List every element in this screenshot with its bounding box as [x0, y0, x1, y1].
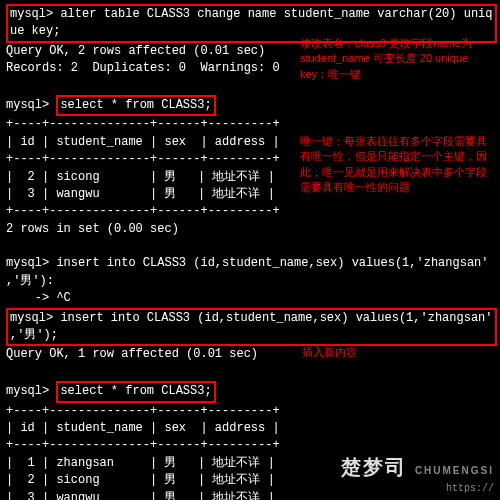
annotation-1: 修改表名：class3 更改字段name为 student_name 可变长度 …	[300, 36, 490, 82]
cmd-insert-ok: mysql> insert into CLASS3 (id,student_na…	[6, 308, 494, 347]
table-header: | id | student_name | sex | address |	[6, 420, 494, 437]
highlight-box: select * from CLASS3;	[56, 381, 215, 402]
table-sep: +----+--------------+------+---------+	[6, 437, 494, 454]
highlight-box: select * from CLASS3;	[56, 95, 215, 116]
annotation-2: 唯一键：每张表往往有多个字段需要具有唯一性，但是只能指定一个主键，因此，唯一见就…	[300, 134, 495, 196]
watermark-en: CHUMENGSI	[415, 465, 494, 476]
cmd-insert-fail: mysql> insert into CLASS3 (id,student_na…	[6, 255, 494, 272]
highlight-box: mysql> insert into CLASS3 (id,student_na…	[6, 308, 497, 347]
annotation-3: 插入新内容	[302, 345, 422, 360]
blank-line	[6, 364, 494, 381]
cmd-select-2: mysql> select * from CLASS3;	[6, 381, 494, 402]
watermark-cn: 楚梦司 CHUMENGSI	[341, 454, 494, 481]
watermark-url: https://	[341, 483, 494, 494]
table-sep: +----+--------------+------+---------+	[6, 403, 494, 420]
watermark: 楚梦司 CHUMENGSI https://	[341, 454, 494, 494]
cmd-cancel: -> ^C	[6, 290, 494, 307]
result-line: 2 rows in set (0.00 sec)	[6, 221, 494, 238]
blank-line	[6, 238, 494, 255]
cmd-insert-fail-cont: ,'男'):	[6, 273, 494, 290]
cmd-select-1: mysql> select * from CLASS3;	[6, 95, 494, 116]
table-sep: +----+--------------+------+---------+	[6, 116, 494, 133]
table-sep: +----+--------------+------+---------+	[6, 203, 494, 220]
